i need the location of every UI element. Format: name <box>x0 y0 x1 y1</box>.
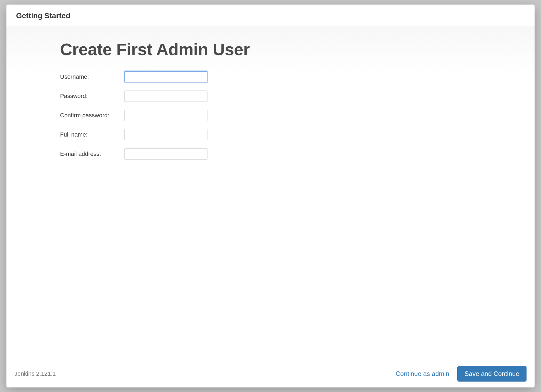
confirm-password-input[interactable] <box>124 110 207 121</box>
footer-actions: Continue as admin Save and Continue <box>396 366 527 382</box>
email-input[interactable] <box>124 148 207 160</box>
username-label: Username: <box>60 73 124 80</box>
modal-header: Getting Started <box>6 5 535 26</box>
username-input[interactable] <box>124 71 207 82</box>
header-title: Getting Started <box>16 12 525 20</box>
save-and-continue-button[interactable]: Save and Continue <box>457 366 527 382</box>
full-name-label: Full name: <box>60 131 124 138</box>
form-row-username: Username: <box>60 71 521 82</box>
password-label: Password: <box>60 93 124 100</box>
modal-body: Create First Admin User Username: Passwo… <box>6 26 535 360</box>
form-row-full-name: Full name: <box>60 129 521 140</box>
full-name-input[interactable] <box>124 129 207 140</box>
continue-as-admin-button[interactable]: Continue as admin <box>396 370 449 378</box>
form-row-password: Password: <box>60 91 521 102</box>
page-title: Create First Admin User <box>60 40 521 59</box>
form-row-confirm-password: Confirm password: <box>60 110 521 121</box>
setup-wizard-modal: Getting Started Create First Admin User … <box>6 5 535 387</box>
version-text: Jenkins 2.121.1 <box>14 370 56 377</box>
form-row-email: E-mail address: <box>60 148 521 160</box>
email-label: E-mail address: <box>60 150 124 157</box>
password-input[interactable] <box>124 91 207 102</box>
modal-footer: Jenkins 2.121.1 Continue as admin Save a… <box>6 360 535 387</box>
confirm-password-label: Confirm password: <box>60 112 124 119</box>
